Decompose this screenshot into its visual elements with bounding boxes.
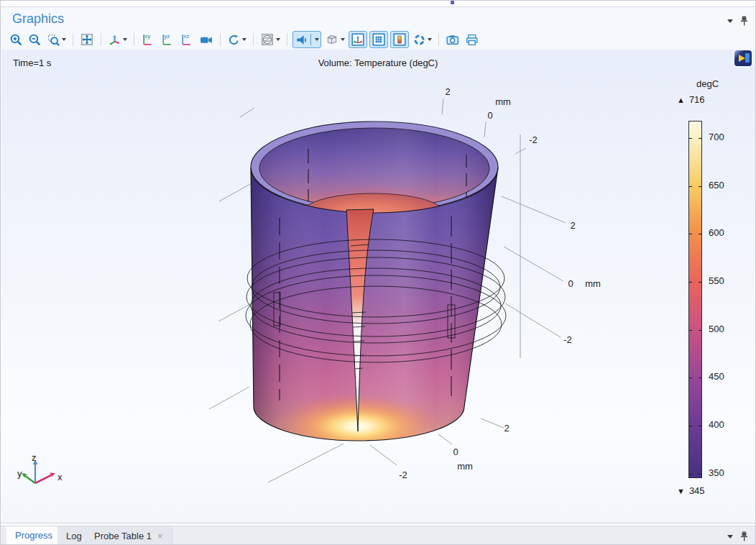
- bottom-axis-tick: -2: [399, 470, 407, 480]
- bottom-axis-unit: mm: [457, 461, 473, 472]
- orientation-triad: z y x: [17, 452, 63, 483]
- legend-tick-label: 350: [709, 467, 737, 478]
- bottom-tabs-bar: Progress Log Probe Table 1×: [1, 523, 755, 545]
- legend-min-marker-icon: ▼: [677, 487, 685, 495]
- right-axis-tick: -2: [563, 334, 572, 345]
- legend-tick-label: 550: [709, 275, 737, 286]
- top-axis-tick: 2: [445, 86, 450, 97]
- legend-max-marker-icon: ▲: [677, 96, 685, 104]
- tabs-menu-icon[interactable]: [727, 535, 733, 539]
- cylinder-model: [245, 116, 506, 464]
- triad-x-label: x: [57, 472, 63, 482]
- legend-min-value: 345: [689, 485, 705, 496]
- legend-unit: degC: [696, 78, 719, 89]
- top-axis-tick: -2: [529, 134, 538, 145]
- tab-close-icon[interactable]: ×: [157, 531, 163, 541]
- legend-max-value: 716: [689, 94, 705, 105]
- top-axis-tick: 0: [487, 110, 492, 121]
- tab-progress[interactable]: Progress: [6, 526, 62, 545]
- legend-tick-label: 500: [709, 324, 737, 334]
- triad-z-label: z: [32, 452, 37, 463]
- bottom-axis-tick: 0: [453, 446, 458, 457]
- legend-tick-label: 400: [709, 419, 737, 430]
- tabs-pin-icon[interactable]: [740, 531, 748, 541]
- triad-y-label: y: [17, 468, 22, 479]
- legend-tick-label: 650: [709, 180, 737, 191]
- legend-colorbar: [688, 121, 702, 478]
- right-axis-tick: 0: [568, 278, 573, 289]
- legend-tick-label: 450: [709, 371, 737, 382]
- graphics-window: Graphics xy yz xz: [0, 0, 756, 545]
- right-axis-unit: mm: [585, 278, 601, 289]
- top-axis-unit: mm: [495, 96, 511, 107]
- bottom-axis-tick: 2: [504, 423, 509, 434]
- legend-tick-label: 700: [709, 132, 737, 142]
- color-legend: degC ▲716 700 650 600 550 500 450 400 35…: [675, 75, 750, 507]
- right-axis-tick: 2: [570, 220, 575, 231]
- tab-probe-table-1[interactable]: Probe Table 1×: [86, 526, 172, 545]
- legend-tick-label: 600: [709, 227, 737, 238]
- plot-canvas[interactable]: 2 mm 0 -2 2 0 mm -2 2 0 mm -2 z y x: [1, 1, 756, 545]
